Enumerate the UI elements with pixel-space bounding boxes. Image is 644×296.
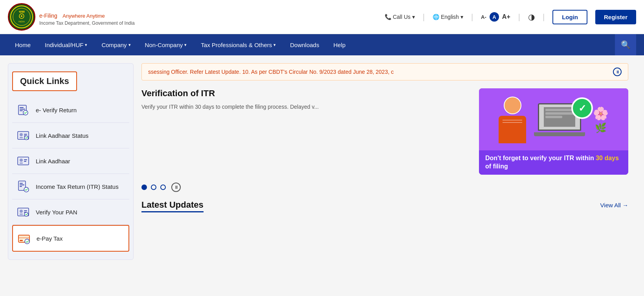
svg-text:INDIA: INDIA (18, 20, 25, 23)
call-us-button[interactable]: 📞 Call Us ▾ (385, 14, 415, 20)
svg-rect-19 (20, 163, 23, 164)
font-decrease-button[interactable]: A- (481, 14, 486, 20)
svg-point-12 (20, 133, 23, 136)
sidebar-item-verify-pan[interactable]: Verify Your PAN (12, 199, 129, 225)
language-selector[interactable]: 🌐 English ▾ (433, 14, 463, 20)
feature-section: Verification of ITR Verify your ITR with… (141, 88, 628, 175)
sidebar-item-itr-status[interactable]: Income Tax Return (ITR) Status (12, 174, 129, 199)
sidebar-label-itr-status: Income Tax Return (ITR) Status (36, 183, 119, 190)
sidebar: Quick Links e- Verify Return (8, 63, 134, 260)
sidebar-label-aadhaar-status: Link Aadhaar Status (36, 132, 88, 139)
svg-rect-20 (24, 159, 27, 160)
banner-bottom-text: Don't forget to verify your ITR within 3… (479, 150, 628, 175)
sidebar-list: e- Verify Return L (12, 97, 129, 252)
nav-label-home: Home (15, 42, 31, 48)
svg-rect-13 (20, 137, 23, 138)
feature-banner: ✓ 🌸 🌿 (479, 88, 628, 175)
itr-status-icon (16, 179, 30, 194)
phone-icon: 📞 (385, 14, 391, 20)
contrast-button[interactable]: ◑ (528, 12, 535, 22)
efiling-tagline: Anywhere Anytime (62, 13, 105, 19)
ticker-text: ssessing Officer. Refer Latest Update. 1… (148, 69, 608, 75)
nav-label-downloads: Downloads (290, 42, 319, 48)
view-all-button[interactable]: View All → (600, 202, 628, 208)
svg-rect-30 (24, 210, 27, 211)
latest-updates-title: Latest Updates (141, 200, 204, 212)
svg-point-36 (25, 239, 29, 244)
svg-point-28 (20, 210, 23, 213)
sidebar-item-aadhaar-status[interactable]: Link Aadhaar Status (12, 123, 129, 148)
nav-item-company[interactable]: Company ▾ (94, 34, 138, 55)
globe-icon: 🌐 (433, 14, 439, 20)
sidebar-item-aadhaar[interactable]: Link Aadhaar (12, 148, 129, 174)
carousel-dot-1[interactable] (141, 185, 147, 190)
svg-rect-17 (18, 157, 29, 165)
font-controls: A- A A+ (481, 12, 510, 22)
sidebar-label-aadhaar: Link Aadhaar (36, 158, 70, 164)
feature-description: Verify your ITR within 30 days to comple… (141, 102, 471, 111)
nav-label-noncompany: Non-Company (145, 42, 183, 48)
sidebar-label-verify-pan: Verify Your PAN (36, 209, 77, 216)
nav-chevron-individual: ▾ (85, 42, 87, 48)
svg-rect-24 (20, 185, 24, 185)
pause-icon: ⏸ (616, 70, 619, 74)
carousel-pause-button[interactable]: ⏸ (171, 183, 181, 192)
laptop-base (534, 132, 585, 136)
nav-item-noncompany[interactable]: Non-Company ▾ (138, 34, 194, 55)
nav-label-taxprofessionals: Tax Professionals & Others (201, 42, 272, 48)
register-button[interactable]: Register (595, 10, 636, 24)
epay-tax-icon (17, 231, 31, 245)
svg-rect-23 (20, 183, 23, 184)
separator-3: | (518, 13, 520, 22)
content-area: ssessing Officer. Refer Latest Update. 1… (134, 63, 636, 260)
svg-point-18 (20, 159, 23, 162)
nav-item-taxprofessionals[interactable]: Tax Professionals & Others ▾ (194, 34, 283, 55)
link-aadhaar-status-icon (16, 128, 30, 143)
nav-item-individual[interactable]: Individual/HUF ▾ (38, 34, 94, 55)
person-figure (499, 97, 526, 143)
feature-title: Verification of ITR (141, 88, 471, 99)
main-content: Quick Links e- Verify Return (0, 55, 644, 268)
banner-illustration: ✓ 🌸 🌿 (479, 88, 628, 151)
svg-rect-21 (24, 161, 26, 162)
carousel-dot-3[interactable] (160, 185, 166, 190)
font-normal-button[interactable]: A (490, 12, 499, 22)
check-circle: ✓ (571, 97, 593, 119)
nav-label-help: Help (333, 42, 345, 48)
svg-rect-34 (18, 237, 29, 239)
latest-updates-header: Latest Updates View All → (141, 200, 628, 210)
svg-text:भारत: भारत (19, 10, 25, 14)
font-increase-button[interactable]: A+ (502, 13, 510, 20)
banner-text: Don't forget to verify your ITR within (485, 155, 596, 161)
navbar: Home Individual/HUF ▾ Company ▾ Non-Comp… (0, 34, 644, 55)
efiling-label: e-Filing (39, 13, 57, 19)
person-body (499, 116, 526, 143)
ticker-pause-button[interactable]: ⏸ (613, 68, 622, 76)
nav-chevron-noncompany: ▾ (184, 42, 187, 48)
sidebar-item-epay[interactable]: e-Pay Tax (12, 225, 129, 252)
laptop-figure: ✓ (534, 103, 585, 136)
carousel-dot-2[interactable] (151, 185, 156, 190)
logo-area: भारत INDIA e-Filing Anywhere Anytime Inc… (8, 3, 135, 31)
nav-item-downloads[interactable]: Downloads (283, 34, 326, 55)
nav-item-help[interactable]: Help (326, 34, 352, 55)
flowers-figure: 🌸 🌿 (593, 106, 609, 133)
sidebar-label-everify: e- Verify Return (36, 107, 77, 113)
check-mark-icon: ✓ (578, 103, 586, 114)
header-right: 📞 Call Us ▾ | 🌐 English ▾ | A- A A+ | ◑ … (385, 10, 636, 24)
banner-highlight: 30 days (596, 155, 619, 161)
nav-search-button[interactable]: 🔍 (615, 34, 636, 55)
svg-rect-29 (20, 214, 23, 215)
svg-rect-35 (20, 240, 23, 241)
nav-chevron-taxprofessionals: ▾ (273, 42, 276, 48)
svg-rect-25 (20, 186, 22, 187)
logo-text: e-Filing Anywhere Anytime Income Tax Dep… (39, 8, 135, 26)
nav-label-individual: Individual/HUF (45, 42, 83, 48)
sidebar-item-everify[interactable]: e- Verify Return (12, 97, 129, 123)
nav-item-home[interactable]: Home (8, 34, 38, 55)
call-us-label: Call Us (393, 14, 411, 20)
separator-1: | (423, 13, 425, 22)
lang-chevron-icon: ▾ (461, 14, 463, 20)
ticker-bar: ssessing Officer. Refer Latest Update. 1… (141, 63, 628, 80)
login-button[interactable]: Login (552, 10, 587, 24)
